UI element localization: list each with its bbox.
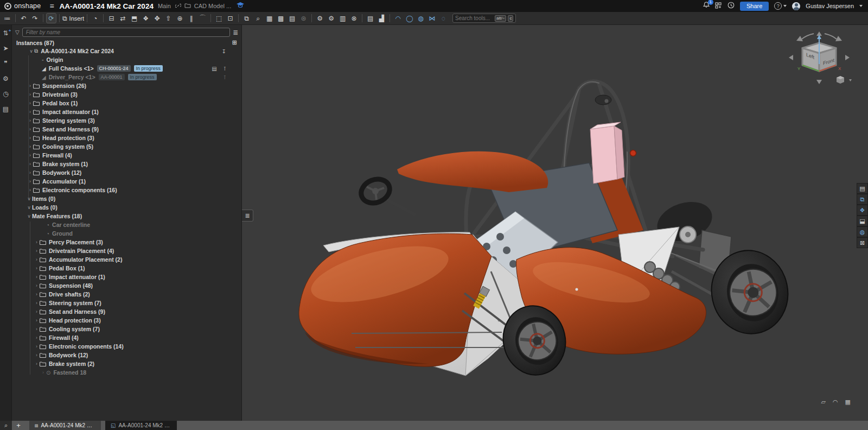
pin-slot-mate-icon[interactable]: ⊕ <box>175 13 185 23</box>
tree-item[interactable]: ›Brake system (2) <box>12 359 241 368</box>
mate-connector-icon[interactable]: ⊡ <box>225 13 235 23</box>
document-tab-part-studio[interactable]: ◱AA-A0001-24 Mk2 Car ... <box>105 421 177 430</box>
planar-mate-icon[interactable]: ❖ <box>141 13 151 23</box>
tree-item[interactable]: ›Brake system (1) <box>12 160 241 168</box>
chevron-right-icon[interactable]: › <box>34 274 40 280</box>
mates-panel-icon[interactable]: ⊠ <box>857 237 868 248</box>
tree-item[interactable]: ›Pedal Box (1) <box>12 264 241 273</box>
search-tools-box[interactable]: alt/~ c <box>452 14 516 23</box>
parts-panel-icon[interactable]: ❖ <box>857 205 868 216</box>
link-icon[interactable] <box>175 3 181 10</box>
filter-icon[interactable]: ▽ <box>15 29 20 35</box>
inspect-icon[interactable]: ⌕ <box>253 13 263 23</box>
chevron-right-icon[interactable]: › <box>27 179 33 184</box>
learning-center-icon[interactable] <box>237 2 244 10</box>
new-folder-icon[interactable]: ⊞ <box>232 39 237 46</box>
update-sync-icon[interactable]: ⟳ <box>46 13 56 23</box>
chevron-right-icon[interactable]: › <box>27 92 33 97</box>
tree-item[interactable]: ›Electronic components (14) <box>12 342 241 351</box>
document-title[interactable]: AA-A0001-24 Mk2 Car 2024 <box>60 2 154 10</box>
appearance-panel-icon[interactable]: ◍ <box>857 226 868 237</box>
gear-relation-icon[interactable]: ⚙ <box>315 13 325 23</box>
circular-pattern-icon[interactable]: ▤ <box>287 13 297 23</box>
tree-item[interactable]: ›Cooling system (5) <box>12 142 241 151</box>
chevron-right-icon[interactable]: › <box>34 239 40 245</box>
chevron-right-icon[interactable]: › <box>34 265 40 271</box>
tree-item[interactable]: ›Head protection (3) <box>12 316 241 325</box>
chevron-right-icon[interactable]: › <box>34 257 40 262</box>
chevron-right-icon[interactable]: › <box>27 187 33 193</box>
rotate-down-arrow[interactable] <box>816 80 822 84</box>
chevron-right-icon[interactable]: › <box>27 100 33 106</box>
tree-item[interactable]: ›Drive shafts (2) <box>12 290 241 299</box>
chevron-right-icon[interactable]: › <box>34 361 40 366</box>
chevron-down-icon[interactable]: ∨ <box>28 48 34 54</box>
user-menu-chevron-icon[interactable] <box>859 5 863 7</box>
chevron-right-icon[interactable]: › <box>34 283 40 288</box>
belt-relation-icon[interactable]: ▥ <box>337 13 348 23</box>
tree-item[interactable]: ◦Origin <box>12 55 241 64</box>
chevron-right-icon[interactable]: › <box>27 170 33 175</box>
rotate-right-arrow[interactable] <box>845 55 850 60</box>
history-icon[interactable]: ◷ <box>3 90 8 98</box>
chevron-right-icon[interactable]: › <box>34 248 40 254</box>
tree-item[interactable]: ›Seat and Harness (9) <box>12 307 241 316</box>
help-icon[interactable]: ? <box>774 2 782 10</box>
chevron-right-icon[interactable]: › <box>40 370 46 375</box>
chevron-right-icon[interactable]: › <box>27 135 33 141</box>
tree-item[interactable]: ›Drivetrain Placement (4) <box>12 246 241 255</box>
revolute-mate-icon[interactable]: ⇄ <box>118 13 128 23</box>
app-store-icon[interactable] <box>715 1 722 11</box>
tree-item[interactable]: ›Suspension (48) <box>12 281 241 290</box>
tree-item[interactable]: ∨Items (0) <box>12 194 241 203</box>
screw-relation-icon[interactable]: ⊗ <box>349 13 359 23</box>
chevron-right-icon[interactable]: › <box>27 118 33 123</box>
chevron-right-icon[interactable]: › <box>34 326 40 332</box>
ball-mate-icon[interactable]: ✥ <box>152 13 162 23</box>
view-cube[interactable]: Left Front Y X <box>786 29 853 88</box>
undo-icon[interactable]: ↶ <box>18 13 29 23</box>
performance-gauge-icon[interactable]: ◠ <box>833 399 838 406</box>
tree-item[interactable]: ›Bodywork (12) <box>12 351 241 359</box>
tree-item[interactable]: ›Accumulator (1) <box>12 177 241 186</box>
graphics-memory-icon[interactable]: ▦ <box>845 399 851 406</box>
tree-item[interactable]: ›Firewall (4) <box>12 333 241 342</box>
replicate-icon[interactable]: ⧉ <box>241 13 252 23</box>
chevron-right-icon[interactable]: › <box>34 292 40 297</box>
workspace-tab-label[interactable]: CAD Model ... <box>194 3 231 9</box>
tree-item[interactable]: ∨⧉AA-A0001-24 Mk2 Car 2024↧ <box>12 47 241 55</box>
rotate-left-arrow[interactable] <box>789 55 793 60</box>
filter-input[interactable] <box>22 28 230 37</box>
chevron-right-icon[interactable]: › <box>34 344 40 349</box>
display-states-icon[interactable]: ⬓ <box>857 216 868 226</box>
chevron-right-icon[interactable]: › <box>27 153 33 158</box>
chevron-down-icon[interactable]: ∨ <box>26 205 32 210</box>
load-sim-icon[interactable]: ◍ <box>416 13 426 23</box>
measure-icon[interactable]: ▟ <box>376 13 387 23</box>
fastened-mate-icon[interactable]: ⊟ <box>106 13 117 23</box>
main-menu-icon[interactable]: ≡ <box>49 2 54 10</box>
redo-icon[interactable]: ↷ <box>30 13 40 23</box>
tree-item[interactable]: ›Pedal box (1) <box>12 99 241 108</box>
tree-item[interactable]: ›Steering system (3) <box>12 116 241 125</box>
scene-tree-icon[interactable]: ≔ <box>2 13 12 23</box>
suppress-icon[interactable]: ⊛ <box>298 13 309 23</box>
tree-item[interactable]: ›Accumulator Placement (2) <box>12 255 241 264</box>
selection-tools-icon[interactable]: ➤ <box>3 45 8 52</box>
tree-item[interactable]: ◢Full Chassis <1>CH-00001-24In progress▤… <box>12 64 241 73</box>
add-tab-button[interactable]: + <box>12 421 25 429</box>
rack-relation-icon[interactable]: ⚙ <box>326 13 336 23</box>
view-options-cube-icon[interactable] <box>837 76 852 84</box>
tree-item[interactable]: ›Head protection (3) <box>12 134 241 142</box>
graphics-viewport[interactable]: Left Front Y X ▤⧉❖⬓◍⊠ ▱◠▦ <box>242 25 868 421</box>
slider-mate-icon[interactable]: ⬒ <box>129 13 139 23</box>
search-tools-input[interactable] <box>455 15 493 21</box>
chevron-right-icon[interactable]: › <box>34 300 40 306</box>
document-tab-assembly[interactable]: ⧈AA-A0001-24 Mk2 Car ... <box>29 421 101 430</box>
tree-item[interactable]: ›Steering system (7) <box>12 299 241 307</box>
render-icon[interactable]: ▱ <box>821 399 826 406</box>
share-button[interactable]: Share <box>740 2 769 11</box>
config-slider-icon[interactable]: ⊺ <box>224 66 226 72</box>
avatar[interactable] <box>792 2 800 10</box>
tree-item[interactable]: ›Firewall (4) <box>12 151 241 160</box>
